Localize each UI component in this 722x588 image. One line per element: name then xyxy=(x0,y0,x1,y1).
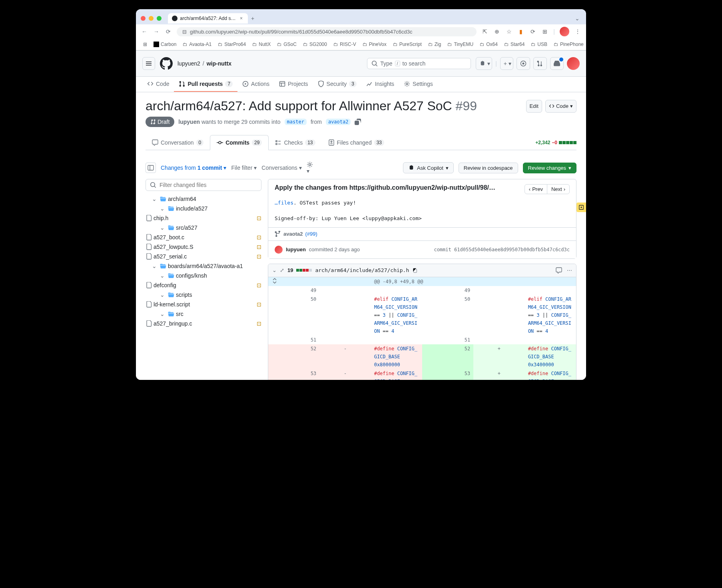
extensions-puzzle-icon[interactable]: ⊞ xyxy=(541,28,548,35)
install-icon[interactable]: ⇱ xyxy=(481,28,489,35)
bookmark-tinyemu[interactable]: 🗀TinyEMU xyxy=(445,40,476,48)
next-commit-button[interactable]: Next › xyxy=(547,185,569,194)
new-line-number[interactable]: 53 xyxy=(422,369,473,380)
repo-link[interactable]: wip-nuttx xyxy=(207,60,231,67)
copilot-button[interactable]: ▾ xyxy=(476,57,492,70)
changes-from-dropdown[interactable]: Changes from 1 commit ▾ xyxy=(161,165,226,171)
nav-security[interactable]: Security3 xyxy=(313,77,361,92)
user-avatar[interactable] xyxy=(567,57,580,70)
bookmark-nuttx[interactable]: 🗀NuttX xyxy=(250,40,273,48)
nav-code[interactable]: Code xyxy=(142,77,174,92)
extensions-icon[interactable]: ⟳ xyxy=(529,28,537,35)
filter-files-box[interactable] xyxy=(146,179,261,191)
review-changes-button[interactable]: Review changes ▾ xyxy=(523,163,576,173)
reload-button[interactable]: ⟳ xyxy=(165,28,172,35)
commit-pr-link[interactable]: (#99) xyxy=(305,231,317,237)
forward-button[interactable]: → xyxy=(153,28,160,35)
tab-overflow-icon[interactable]: ⌄ xyxy=(573,14,581,23)
new-line-number[interactable]: 52 xyxy=(422,344,473,369)
tree-dir-include-a527[interactable]: ⌄include/a527 xyxy=(146,204,261,213)
site-info-icon[interactable]: ⊟ xyxy=(182,29,187,35)
commit-msg-link[interactable]: …files xyxy=(275,200,293,206)
close-window-icon[interactable] xyxy=(141,16,146,21)
old-line-number[interactable]: 52 xyxy=(268,344,319,369)
nav-actions[interactable]: Actions xyxy=(237,77,274,92)
tree-file-lowputc[interactable]: a527_lowputc.S⊡ xyxy=(146,242,261,252)
minimize-window-icon[interactable] xyxy=(149,16,154,21)
tree-file-chip-h[interactable]: chip.h⊡ xyxy=(146,213,261,223)
pending-review-indicator[interactable] xyxy=(576,203,586,212)
traffic-lights[interactable] xyxy=(141,16,162,21)
prev-commit-button[interactable]: ‹ Prev xyxy=(525,185,547,194)
apps-shortcut[interactable]: ⊞ xyxy=(141,40,150,48)
back-button[interactable]: ← xyxy=(141,28,148,35)
tree-file-ld-script[interactable]: ld-kernel.script⊡ xyxy=(146,300,261,309)
head-branch[interactable]: avaota2 xyxy=(326,119,351,125)
tab-checks[interactable]: Checks13 xyxy=(269,135,321,150)
add-menu-button[interactable]: + ▾ xyxy=(500,57,513,70)
browser-menu-icon[interactable]: ⋮ xyxy=(574,28,581,35)
copy-path-icon[interactable] xyxy=(412,268,418,273)
bookmark-pinevox[interactable]: 🗀PineVox xyxy=(360,40,389,48)
nav-insights[interactable]: Insights xyxy=(361,77,399,92)
tab-conversation[interactable]: Conversation0 xyxy=(146,135,210,150)
nav-settings[interactable]: Settings xyxy=(399,77,438,92)
review-codespace-button[interactable]: Review in codespace xyxy=(459,163,518,173)
filter-files-input[interactable] xyxy=(160,182,257,188)
tree-file-serial[interactable]: a527_serial.c⊡ xyxy=(146,252,261,261)
bookmark-pinephone[interactable]: 🗀PinePhone xyxy=(551,40,586,48)
old-line-number[interactable]: 49 xyxy=(268,286,319,295)
ask-copilot-button[interactable]: Ask Copilot ▾ xyxy=(403,162,454,173)
bookmark-ox64[interactable]: 🗀Ox64 xyxy=(477,40,500,48)
maximize-window-icon[interactable] xyxy=(157,16,162,21)
tree-file-defconfig[interactable]: defconfig⊡ xyxy=(146,280,261,290)
issues-button[interactable] xyxy=(517,57,530,70)
file-tree-toggle[interactable] xyxy=(146,163,156,173)
conversations-dropdown[interactable]: Conversations ▾ xyxy=(261,165,302,171)
tree-dir-boards[interactable]: ⌄boards/arm64/a527/avaota-a1 xyxy=(146,261,261,271)
notifications-button[interactable] xyxy=(550,57,564,70)
new-tab-button[interactable]: + xyxy=(251,15,254,22)
address-bar[interactable]: ⊟ github.com/lupyuen2/wip-nuttx/pull/99/… xyxy=(177,27,477,36)
bookmark-carbon[interactable]: Carbon xyxy=(151,40,179,48)
hamburger-menu-button[interactable] xyxy=(142,57,155,70)
tree-dir-arch-arm64[interactable]: ⌄arch/arm64 xyxy=(146,194,261,204)
bookmark-sg2000[interactable]: 🗀SG2000 xyxy=(301,40,329,48)
old-line-number[interactable]: 51 xyxy=(268,336,319,344)
tree-dir-configs[interactable]: ⌄configs/knsh xyxy=(146,271,261,280)
bookmark-avaota[interactable]: 🗀Avaota-A1 xyxy=(180,40,214,48)
tree-file-bringup[interactable]: a527_bringup.c⊡ xyxy=(146,319,261,328)
github-logo-icon[interactable] xyxy=(160,57,173,70)
owner-link[interactable]: lupyuen2 xyxy=(178,60,200,67)
tab-files[interactable]: Files changed33 xyxy=(322,135,391,150)
nav-pull-requests[interactable]: Pull requests7 xyxy=(174,77,237,92)
bookmark-starpro64[interactable]: 🗀StarPro64 xyxy=(215,40,248,48)
tab-commits[interactable]: Commits29 xyxy=(210,135,269,150)
bookmark-star64[interactable]: 🗀Star64 xyxy=(502,40,527,48)
new-line-number[interactable]: 49 xyxy=(422,286,473,295)
comment-file-icon[interactable] xyxy=(556,267,562,274)
copy-branch-icon[interactable] xyxy=(355,119,361,125)
edit-button[interactable]: Edit xyxy=(526,100,542,113)
commit-author-avatar[interactable] xyxy=(275,246,283,254)
old-line-number[interactable]: 50 xyxy=(268,295,319,336)
pull-requests-button[interactable] xyxy=(533,57,547,70)
bookmark-zig[interactable]: 🗀Zig xyxy=(426,40,444,48)
tree-dir-src[interactable]: ⌄src xyxy=(146,309,261,319)
expand-all-icon[interactable]: ⤢ xyxy=(280,267,284,273)
expand-hunk-button[interactable] xyxy=(268,277,371,286)
close-tab-icon[interactable]: × xyxy=(239,16,244,21)
zoom-icon[interactable]: ⊕ xyxy=(493,28,501,35)
browser-tab[interactable]: arch/arm64/a527: Add suppo × xyxy=(168,13,248,24)
collapse-file-icon[interactable]: ⌄ xyxy=(272,267,277,273)
file-filter-dropdown[interactable]: File filter ▾ xyxy=(231,165,257,171)
bookmark-star-icon[interactable]: ☆ xyxy=(505,28,513,35)
bookmark-purescript[interactable]: 🗀PureScript xyxy=(391,40,424,48)
old-line-number[interactable]: 53 xyxy=(268,369,319,380)
nav-projects[interactable]: Projects xyxy=(274,77,313,92)
diff-file-path[interactable]: arch/arm64/include/a527/chip.h xyxy=(315,267,409,273)
tree-file-boot[interactable]: a527_boot.c⊡ xyxy=(146,232,261,242)
code-button[interactable]: Code ▾ xyxy=(545,100,576,113)
browser-profile-avatar[interactable] xyxy=(560,27,569,36)
diff-settings-dropdown[interactable]: ▾ xyxy=(307,161,313,174)
